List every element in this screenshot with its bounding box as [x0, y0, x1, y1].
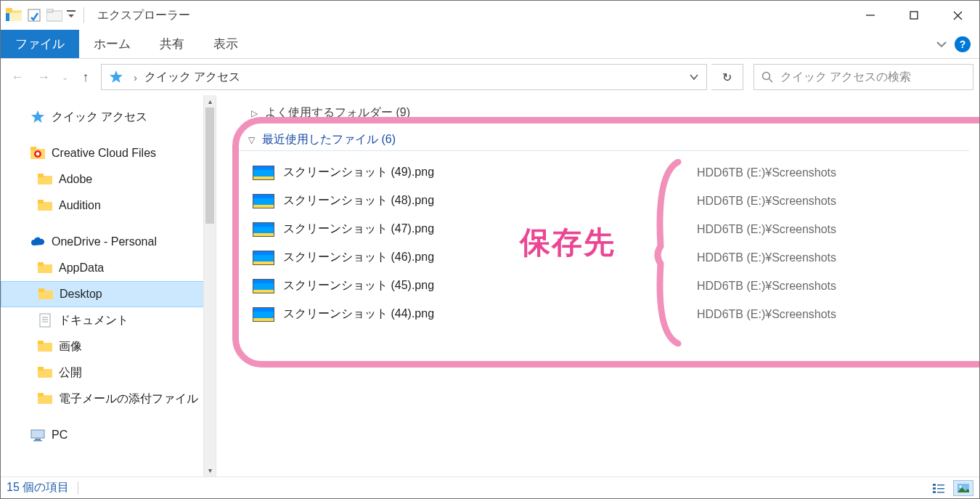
group-frequent-title: よく使用するフォルダー (9) [265, 105, 410, 121]
svg-marker-15 [31, 110, 44, 123]
help-button[interactable]: ? [955, 36, 971, 52]
ribbon-tab-file[interactable]: ファイル [1, 30, 79, 58]
svg-rect-43 [933, 487, 936, 490]
sidebar-item-pictures[interactable]: 画像 [1, 333, 216, 360]
sidebar-item-label: クイック アクセス [52, 110, 147, 125]
sidebar-item-public[interactable]: 公開 [1, 360, 216, 386]
address-dropdown[interactable] [682, 65, 706, 89]
status-divider [78, 482, 78, 495]
svg-point-19 [36, 153, 40, 156]
svg-marker-12 [110, 70, 123, 83]
sidebar-item-mail-attach[interactable]: 電子メールの添付ファイル [1, 386, 216, 412]
file-row[interactable]: スクリーンショット (47).pngHDD6TB (E:)¥Screenshot… [216, 215, 979, 243]
sidebar-item-appdata[interactable]: AppData [1, 255, 216, 281]
chevron-right-icon: ▷ [251, 108, 258, 118]
svg-rect-17 [30, 147, 36, 150]
folder-icon [37, 391, 53, 407]
file-name: スクリーンショット (48).png [283, 193, 697, 208]
view-details-button[interactable] [928, 480, 949, 496]
sidebar-item-label: AppData [59, 261, 104, 275]
nav-row: ← → ⌄ ↑ › クイック アクセス ↻ [1, 59, 979, 95]
image-thumbnail-icon [253, 307, 274, 322]
window-title: エクスプローラー [91, 8, 196, 23]
scrollbar-up-icon[interactable]: ▴ [204, 95, 216, 107]
sidebar-item-documents[interactable]: ドキュメント [1, 307, 216, 333]
statusbar: 15 個の項目 [1, 476, 979, 498]
svg-rect-42 [937, 484, 944, 486]
nav-recent-dropdown[interactable]: ⌄ [59, 66, 70, 88]
svg-rect-33 [38, 341, 44, 344]
sidebar-item-adobe[interactable]: Adobe [1, 166, 216, 192]
window-controls [849, 1, 979, 29]
search-input[interactable] [780, 70, 965, 84]
image-thumbnail-icon [253, 194, 274, 208]
address-bar[interactable]: › クイック アクセス [101, 64, 707, 90]
sidebar-item-label: Desktop [60, 288, 102, 301]
group-recent-header[interactable]: ▽ 最近使用したファイル (6) [216, 129, 979, 150]
image-thumbnail-icon [253, 279, 274, 293]
sidebar-item-pc[interactable]: PC [1, 422, 216, 448]
file-name: スクリーンショット (45).png [283, 278, 697, 293]
qat-newfolder-icon[interactable] [46, 7, 63, 24]
refresh-button[interactable]: ↻ [711, 64, 743, 90]
sidebar-item-audition[interactable]: Audition [1, 192, 216, 219]
svg-rect-23 [38, 200, 44, 203]
breadcrumb-sep-icon[interactable]: › [131, 71, 140, 84]
file-row[interactable]: スクリーンショット (48).pngHDD6TB (E:)¥Screenshot… [216, 187, 979, 215]
file-row[interactable]: スクリーンショット (45).pngHDD6TB (E:)¥Screenshot… [216, 272, 979, 300]
svg-rect-45 [933, 491, 936, 493]
ribbon-tab-home[interactable]: ホーム [79, 30, 145, 58]
nav-back-button[interactable]: ← [7, 66, 28, 88]
file-path: HDD6TB (E:)¥Screenshots [697, 251, 951, 264]
svg-rect-7 [67, 10, 75, 12]
sidebar-item-creative-cloud[interactable]: Creative Cloud Files [1, 140, 216, 166]
image-thumbnail-icon [253, 251, 274, 265]
svg-rect-1 [6, 8, 12, 12]
ribbon-tab-share[interactable]: 共有 [145, 30, 199, 58]
svg-rect-41 [933, 484, 936, 486]
maximize-button[interactable] [892, 1, 936, 29]
status-item-count: 15 個の項目 [7, 480, 69, 495]
sidebar-item-quick-access[interactable]: クイック アクセス [1, 104, 216, 130]
close-button[interactable] [936, 1, 979, 29]
svg-rect-21 [38, 174, 44, 177]
scrollbar-down-icon[interactable]: ▾ [204, 464, 216, 476]
svg-rect-6 [46, 9, 53, 12]
svg-line-14 [769, 79, 773, 83]
file-row[interactable]: スクリーンショット (44).pngHDD6TB (E:)¥Screenshot… [216, 300, 979, 328]
address-location[interactable]: クイック アクセス [140, 70, 240, 85]
scrollbar-thumb[interactable] [205, 107, 214, 224]
folder-icon [37, 198, 53, 214]
folder-icon [38, 286, 54, 302]
minimize-button[interactable] [849, 1, 892, 29]
group-frequent-header[interactable]: ▷ よく使用するフォルダー (9) [216, 102, 979, 123]
sidebar-item-label: 公開 [59, 365, 82, 381]
sidebar-item-label: OneDrive - Personal [52, 235, 157, 248]
file-row[interactable]: スクリーンショット (49).pngHDD6TB (E:)¥Screenshot… [216, 158, 979, 187]
ribbon-tab-view[interactable]: 表示 [199, 30, 253, 58]
sidebar-item-label: Creative Cloud Files [52, 147, 156, 160]
sidebar-item-label: PC [52, 429, 68, 442]
folder-icon [37, 260, 53, 276]
svg-rect-27 [38, 288, 44, 292]
nav-up-button[interactable]: ↑ [75, 66, 97, 88]
explorer-icon [5, 7, 23, 24]
sidebar-item-onedrive[interactable]: OneDrive - Personal [1, 229, 216, 255]
sidebar-scrollbar[interactable]: ▴ ▾ [203, 95, 216, 476]
view-thumbnails-button[interactable] [953, 480, 973, 496]
file-name: スクリーンショット (46).png [283, 250, 697, 265]
cc-icon [30, 145, 46, 161]
qat-customize-icon[interactable] [66, 7, 76, 24]
file-row[interactable]: スクリーンショット (46).pngHDD6TB (E:)¥Screenshot… [216, 243, 979, 272]
qat-properties-icon[interactable] [25, 7, 43, 24]
svg-rect-37 [38, 393, 44, 397]
star-icon [30, 109, 46, 125]
search-box[interactable] [754, 64, 973, 90]
file-path: HDD6TB (E:)¥Screenshots [697, 195, 951, 208]
sidebar-item-desktop[interactable]: Desktop [1, 281, 216, 307]
titlebar-divider [83, 7, 84, 23]
body: クイック アクセスCreative Cloud FilesAdobeAuditi… [1, 95, 979, 476]
nav-forward-button[interactable]: → [33, 66, 54, 88]
ribbon-chevron-icon[interactable] [936, 40, 947, 49]
sidebar-item-label: 画像 [59, 339, 82, 354]
